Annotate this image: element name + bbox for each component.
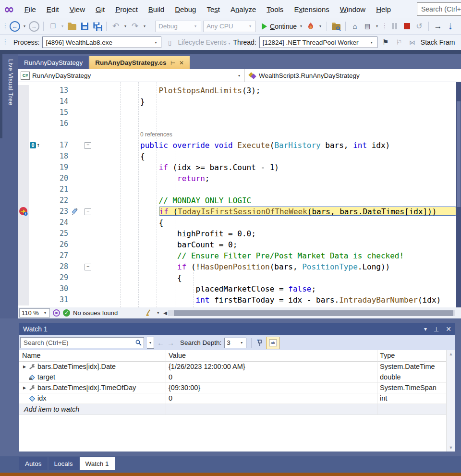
breakpoint-gutter[interactable] (18, 85, 29, 96)
menu-tools[interactable]: Tools (261, 5, 289, 13)
menu-build[interactable]: Build (143, 5, 170, 13)
pin-icon[interactable]: ⊥ (170, 60, 176, 65)
fold-margin[interactable] (83, 107, 94, 118)
breakpoints-window-button[interactable]: ⌂ (350, 21, 360, 32)
code-line[interactable]: 21 (18, 184, 456, 195)
fold-margin[interactable] (83, 85, 94, 96)
pin-preview-icon[interactable] (256, 339, 263, 347)
code-text[interactable]: highProfit = 0.0; (94, 228, 456, 239)
codelens-row[interactable]: 0 references (18, 129, 456, 140)
fold-margin[interactable] (83, 217, 94, 228)
intellicode-icon[interactable] (53, 309, 60, 317)
fold-margin[interactable] (83, 250, 94, 261)
menu-help[interactable]: Help (371, 5, 396, 13)
search-prev-button[interactable]: ← (157, 339, 164, 347)
code-line[interactable]: 22 // MONDAY ONLY LOGIC (18, 195, 456, 206)
code-text[interactable]: barCount = 0; (94, 239, 456, 250)
column-divider[interactable] (377, 350, 377, 415)
menu-view[interactable]: View (64, 5, 90, 13)
pause-button[interactable] (389, 21, 400, 32)
continue-button[interactable]: Continue (262, 23, 297, 30)
fold-margin[interactable]: − (83, 261, 94, 272)
watch-vertical-scrollbar[interactable]: ▲ ▼ (446, 350, 455, 452)
fold-margin[interactable] (83, 118, 94, 129)
continue-dropdown[interactable]: ▾ (299, 24, 303, 28)
expander-icon[interactable]: ▶ (22, 362, 27, 372)
type-dropdown[interactable]: WealthScript3.RunAnyDayStrategy (245, 69, 461, 82)
fold-margin[interactable] (83, 129, 94, 140)
live-visual-tree-tab[interactable]: Live Visual Tree (0, 54, 18, 318)
code-text[interactable]: } (94, 96, 456, 107)
breakpoint-gutter[interactable] (18, 151, 29, 162)
code-cleanup-dropdown[interactable]: ▾ (156, 311, 160, 315)
fold-margin[interactable] (83, 173, 94, 184)
code-text[interactable]: public override void Execute(BarHistory … (94, 140, 456, 151)
fold-margin[interactable] (83, 96, 94, 107)
toolbar-grip[interactable]: ⋮⋮ (3, 24, 7, 28)
hot-reload-button[interactable] (305, 21, 316, 32)
breakpoint-gutter[interactable] (18, 228, 29, 239)
code-line[interactable]: 18{ (18, 151, 456, 162)
fold-margin[interactable]: − (83, 206, 94, 217)
undo-button[interactable]: ↶ (110, 21, 121, 32)
code-line[interactable]: 16 (18, 118, 456, 129)
stop-debugging-button[interactable] (401, 21, 412, 32)
watch-name-cell[interactable]: ▶bars.DateTimes[idx].TimeOfDay (19, 383, 166, 393)
breakpoint-gutter[interactable] (18, 239, 29, 250)
watch-value-cell[interactable]: {1/26/2023 12:00:00 AM} (166, 362, 377, 372)
breakpoint-gutter[interactable] (18, 272, 29, 283)
fold-margin[interactable]: − (83, 140, 94, 151)
code-text[interactable]: placedMarketClose = false; (94, 283, 456, 294)
fold-collapse-icon[interactable]: − (85, 142, 91, 149)
code-text[interactable]: // MONDAY ONLY LOGIC (94, 195, 456, 206)
document-tab-runanydaystrategy[interactable]: RunAnyDayStrategy (18, 56, 88, 69)
search-options-dropdown[interactable]: ▾ (147, 337, 154, 349)
menu-debug[interactable]: Debug (170, 5, 201, 13)
tool-tab-watch-1[interactable]: Watch 1 (80, 457, 115, 470)
find-in-files-button[interactable] (331, 21, 341, 32)
watch-row[interactable]: ▶bars.DateTimes[idx].Date{1/26/2023 12:0… (19, 362, 455, 372)
fold-margin[interactable] (83, 151, 94, 162)
solution-platform-select[interactable]: Any CPU▾ (203, 21, 256, 32)
step-into-button[interactable]: ↓● (445, 21, 456, 32)
code-text[interactable]: { (94, 217, 456, 228)
code-line[interactable]: 14} (18, 96, 456, 107)
menu-extensions[interactable]: Extensions (289, 5, 334, 13)
open-file-button[interactable] (67, 21, 77, 32)
breakpoint-gutter[interactable] (18, 250, 29, 261)
debug-toolbar-grip[interactable]: ⋮⋮ (382, 24, 386, 28)
close-icon[interactable]: ✕ (179, 60, 184, 66)
code-line[interactable]: 27 // Ensure Filter Pre/Post Market Data… (18, 250, 456, 261)
scroll-left-arrow[interactable]: ◀ (163, 310, 167, 316)
output-dropdown[interactable]: ▾ (375, 24, 379, 28)
menu-window[interactable]: Window (335, 5, 371, 13)
flag-threads-icon[interactable]: ⚐ (394, 37, 404, 48)
menu-file[interactable]: File (19, 5, 41, 13)
code-line[interactable]: 29 { (18, 272, 456, 283)
watch-value-cell[interactable]: 0 (166, 372, 377, 382)
code-line[interactable]: 25 highProfit = 0.0; (18, 228, 456, 239)
breakpoint-gutter[interactable] (18, 140, 29, 151)
watch-format-toggle-button[interactable]: ab (266, 337, 279, 349)
column-header-value[interactable]: Value (166, 350, 377, 361)
watch-name-cell[interactable]: ▶bars.DateTimes[idx].Date (19, 362, 166, 372)
hot-reload-dropdown[interactable]: ▾ (318, 24, 323, 28)
code-text[interactable]: if (TodayIsFirstSessionOfTheWeek(bars, b… (94, 206, 456, 217)
pin-icon[interactable]: ⊥ (434, 326, 439, 333)
undo-dropdown[interactable]: ▾ (123, 24, 128, 28)
add-watch-row[interactable]: Add item to watch (19, 404, 455, 415)
fold-collapse-icon[interactable]: − (85, 264, 91, 270)
scroll-up-arrow[interactable]: ▲ (447, 352, 455, 356)
parallel-stacks-icon[interactable]: ⋈ (407, 37, 418, 48)
restart-button[interactable]: ↺ (414, 21, 425, 32)
navigate-forward-button[interactable]: → (29, 21, 39, 32)
watch-panel-titlebar[interactable]: Watch 1 ▾ ⊥ ✕ (19, 323, 455, 335)
menu-edit[interactable]: Edit (41, 5, 64, 13)
code-text[interactable]: PlotStopsAndLimits(3); (94, 85, 456, 96)
tool-tab-locals[interactable]: Locals (49, 457, 79, 470)
column-header-type[interactable]: Type (377, 350, 455, 361)
code-text[interactable]: if (idx >= bars.Count - 1) (94, 162, 456, 173)
breakpoint-gutter[interactable] (18, 195, 29, 206)
fold-margin[interactable] (83, 228, 94, 239)
code-line[interactable]: 28− if (!HasOpenPosition(bars, PositionT… (18, 261, 456, 272)
